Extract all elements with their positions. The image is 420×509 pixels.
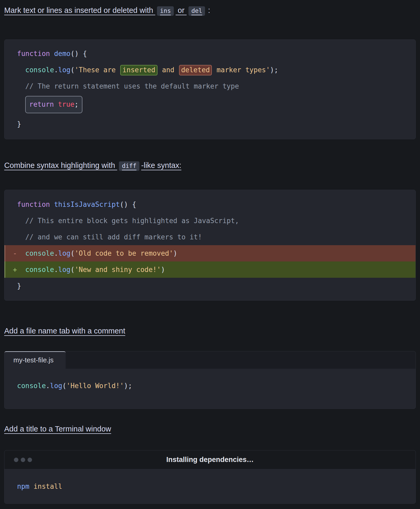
diff-inserted-line: + console.log('New and shiny code!') (4, 261, 416, 278)
code-token: . (54, 66, 58, 74)
window-dot-icon (14, 457, 18, 462)
code-token: log (58, 66, 71, 74)
code-line: } (4, 116, 416, 132)
window-control-dots-icon (14, 457, 32, 462)
code-token: } (17, 282, 21, 290)
code-token: function (17, 50, 54, 58)
section-heading-terminal-title: Add a title to a Terminal window (4, 423, 416, 434)
code-token: . (54, 249, 58, 257)
code-token: ) (161, 266, 165, 274)
code-token (17, 82, 25, 90)
heading-link-terminal-title[interactable]: Add a title to a Terminal window (4, 425, 111, 433)
code-token: function (17, 200, 54, 208)
code-token: console (17, 382, 46, 390)
code-block-diff: function thisIsJavaScript() { // This en… (4, 190, 416, 301)
section-heading-file-tab: Add a file name tab with a comment (4, 325, 416, 336)
section-heading-ins-del: Mark text or lines as inserted or delete… (4, 5, 416, 16)
heading-text: -like syntax: (141, 161, 181, 169)
inline-code-ins: ins (157, 6, 174, 16)
code-token (17, 66, 25, 74)
code-area: console.log('Hello World!'); (4, 369, 416, 409)
code-token: 'Hello World!' (66, 382, 124, 390)
code-line: // and we can still add diff markers to … (4, 229, 416, 245)
section-heading-diff-syntax: Combine syntax highlighting with diff-li… (4, 160, 416, 171)
heading-text: or (176, 6, 187, 14)
code-block-marker-types: function demo() { console.log('These are… (4, 39, 416, 139)
code-token: demo (54, 50, 71, 58)
code-token: // This entire block gets highlighted as… (25, 217, 239, 225)
code-token: ( (71, 249, 75, 257)
code-token: () { (120, 200, 136, 208)
inline-code-diff: diff (119, 161, 139, 171)
code-token: log (50, 382, 62, 390)
default-marker-box: return true; (25, 96, 82, 113)
code-area: function thisIsJavaScript() { // This en… (4, 190, 416, 300)
deleted-marker-chip: deleted (179, 65, 212, 75)
heading-text: Add a file name tab with a comment (4, 327, 125, 335)
diff-deleted-line: - console.log('Old code to be removed') (4, 245, 416, 261)
code-token (17, 100, 25, 108)
file-tab-label: my-test-file.js (13, 356, 54, 364)
code-token: ( (71, 266, 75, 274)
code-token: } (17, 120, 21, 128)
diff-minus-marker: - (13, 245, 17, 261)
code-token: return (29, 100, 58, 108)
code-line: console.log('Hello World!'); (4, 378, 416, 394)
code-line: // This entire block gets highlighted as… (4, 213, 416, 229)
terminal-title: Installing dependencies… (166, 456, 254, 464)
terminal-window: Installing dependencies… npm install (4, 450, 416, 504)
code-token (17, 249, 25, 257)
code-token (17, 233, 25, 241)
code-token: true (58, 100, 75, 108)
code-token: 'These are (75, 66, 120, 74)
code-token: . (54, 266, 58, 274)
inserted-marker-chip: inserted (120, 65, 157, 75)
code-line: function demo() { (4, 45, 416, 62)
heading-text: Mark text or lines as inserted or delete… (4, 6, 155, 14)
code-token: // and we can still add diff markers to … (25, 233, 202, 241)
code-token: ; (75, 100, 79, 108)
code-token: 'Old code to be removed' (75, 249, 173, 257)
file-code-block: my-test-file.js console.log('Hello World… (4, 351, 416, 409)
code-token (17, 217, 25, 225)
code-token: and (158, 66, 178, 74)
heading-text: Add a title to a Terminal window (4, 425, 111, 433)
code-line: } (4, 278, 416, 294)
code-token: log (58, 266, 71, 274)
code-line: function thisIsJavaScript() { (4, 196, 416, 213)
window-dot-icon (28, 457, 32, 462)
code-token: console (25, 266, 54, 274)
code-area: function demo() { console.log('These are… (4, 40, 416, 139)
heading-link-ins-del[interactable]: Mark text or lines as inserted or delete… (4, 6, 207, 14)
code-token: install (34, 482, 62, 490)
code-token: ); (270, 66, 278, 74)
terminal-body: npm install (4, 469, 416, 503)
code-token: console (25, 249, 54, 257)
terminal-header: Installing dependencies… (4, 450, 416, 469)
code-token: marker types' (212, 66, 270, 74)
diff-plus-marker: + (13, 261, 17, 278)
heading-link-file-tab[interactable]: Add a file name tab with a comment (4, 327, 125, 335)
file-tab[interactable]: my-test-file.js (4, 351, 66, 369)
code-line: // The return statement uses the default… (4, 78, 416, 94)
window-dot-icon (21, 457, 25, 462)
code-token: ) (173, 249, 177, 257)
tab-bar: my-test-file.js (4, 351, 416, 369)
code-line: console.log('These are inserted and dele… (4, 62, 416, 78)
code-token: . (46, 382, 50, 390)
code-token: ( (62, 382, 66, 390)
heading-text: Combine syntax highlighting with (4, 161, 117, 169)
code-token: console (25, 66, 54, 74)
heading-colon: : (208, 6, 210, 14)
code-token: 'New and shiny code!' (75, 266, 161, 274)
code-token: thisIsJavaScript (54, 200, 120, 208)
code-token (17, 266, 25, 274)
code-token: // The return statement uses the default… (25, 82, 239, 90)
terminal-command-line: npm install (4, 478, 416, 495)
code-token: npm (17, 482, 34, 490)
code-token: ); (124, 382, 132, 390)
code-token: ( (71, 66, 75, 74)
inline-code-del: del (188, 6, 205, 16)
code-token: () { (71, 50, 87, 58)
heading-link-diff-syntax[interactable]: Combine syntax highlighting with diff-li… (4, 161, 181, 169)
